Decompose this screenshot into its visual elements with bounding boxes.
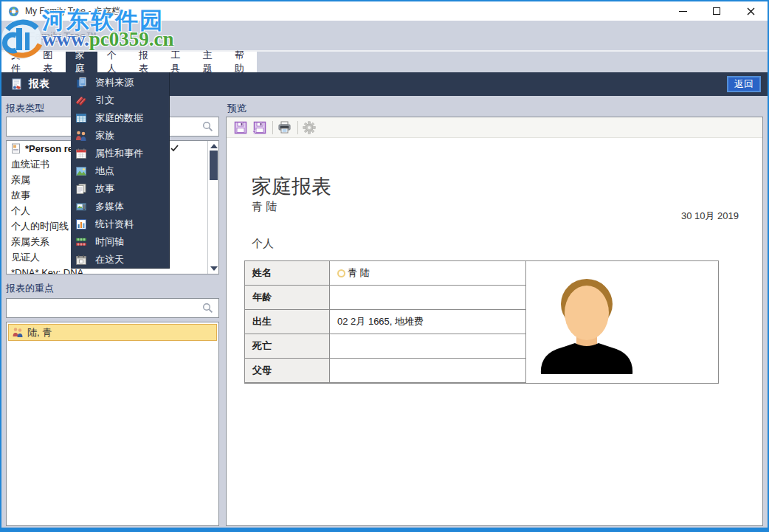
scroll-down-icon[interactable] (210, 266, 218, 271)
ribbon-band: My Family Tree™ (1, 21, 768, 50)
menu-themes[interactable]: 主题 (193, 52, 225, 72)
search-icon (202, 303, 213, 314)
menu-help[interactable]: 帮助 (225, 52, 257, 72)
table-row: 父母 (245, 359, 526, 383)
family-icon (75, 130, 87, 142)
person-report-icon (11, 143, 21, 154)
menu-charts[interactable]: 图表 (33, 52, 65, 72)
menu-item-family[interactable]: 家族 (71, 127, 169, 145)
menu-item-sources[interactable]: 资料来源 (71, 74, 169, 91)
selected-person-label: 陆, 青 (27, 326, 52, 339)
menu-item-statistics[interactable]: 统计资料 (71, 215, 169, 233)
search-icon (202, 121, 213, 132)
preview-toolbar (227, 117, 762, 138)
table-row: 姓名 青 陆 (245, 261, 526, 286)
avatar-cell (526, 261, 718, 383)
toolbar-separator (297, 121, 298, 134)
report-focus-list: 陆, 青 (6, 322, 219, 526)
check-icon (170, 145, 179, 152)
avatar (534, 270, 641, 375)
print-button[interactable] (277, 121, 292, 134)
menu-person[interactable]: 个人 (97, 52, 129, 72)
brand-text: My Family Tree™ (10, 30, 97, 42)
minimize-button[interactable] (666, 1, 700, 21)
save-as-button[interactable] (252, 121, 266, 134)
menu-tools[interactable]: 工具 (161, 52, 193, 72)
family-dropdown-menu: 资料来源 引文 家庭的数据 家族 (71, 72, 170, 269)
timeline-icon (75, 236, 87, 248)
selected-person-item[interactable]: 陆, 青 (8, 324, 217, 341)
report-section-title: 个人 (252, 237, 274, 251)
menu-item-multimedia[interactable]: 多媒体 (71, 198, 169, 215)
menu-item-on-this-day[interactable]: 在这天 (71, 251, 169, 269)
close-icon (747, 7, 755, 15)
preview-panel: 家庭报表 青 陆 30 10月 2019 个人 姓名 青 陆 年龄 出生 (226, 117, 763, 526)
menu-bar: 文件 图表 家庭 个人 报表 工具 主题 帮助 (1, 50, 768, 72)
toolbar-separator (272, 121, 273, 134)
back-button[interactable]: 返回 (727, 76, 761, 92)
scrollbar[interactable] (207, 141, 218, 274)
close-button[interactable] (734, 1, 768, 21)
settings-button[interactable] (303, 121, 316, 134)
minimize-icon (679, 11, 687, 12)
gender-marker-icon (337, 269, 345, 277)
window-title: My Family Tree - 未存档 (25, 5, 120, 18)
maximize-icon (713, 7, 720, 15)
family-data-icon (75, 112, 87, 124)
on-this-day-icon (75, 254, 87, 266)
report-subtitle: 青 陆 (252, 200, 277, 214)
window-bottom-border (0, 528, 769, 532)
menu-file[interactable]: 文件 (1, 52, 33, 72)
attributes-events-icon (75, 148, 87, 159)
title-bar: My Family Tree - 未存档 (1, 1, 768, 21)
report-type-label: 报表类型 (6, 102, 44, 115)
menu-item-places[interactable]: 地点 (71, 162, 169, 180)
report-icon (10, 78, 23, 91)
table-row: 出生 02 2月 1665, 地堆费 (245, 310, 526, 334)
report-preview: 家庭报表 青 陆 30 10月 2019 个人 姓名 青 陆 年龄 出生 (227, 138, 762, 527)
app-window: My Family Tree - 未存档 My Family Tree™ 文件 … (0, 0, 769, 532)
multimedia-icon (75, 201, 87, 213)
statistics-icon (75, 218, 87, 230)
scroll-thumb[interactable] (210, 151, 218, 180)
menu-item-stories[interactable]: 故事 (71, 180, 169, 198)
table-row: 年龄 (245, 286, 526, 310)
menu-family[interactable]: 家庭 (66, 52, 97, 72)
scroll-up-icon[interactable] (210, 144, 218, 148)
report-focus-search-input[interactable] (7, 299, 202, 317)
menu-item-citations[interactable]: 引文 (71, 91, 169, 109)
maximize-button[interactable] (700, 1, 734, 21)
stories-icon (75, 183, 87, 195)
sources-icon (75, 77, 87, 89)
citation-icon (75, 94, 87, 106)
report-focus-label: 报表的重点 (6, 282, 54, 295)
people-icon (12, 327, 24, 338)
table-row: 死亡 (245, 334, 526, 359)
menu-item-timeline[interactable]: 时间轴 (71, 233, 169, 251)
menu-reports[interactable]: 报表 (129, 52, 161, 72)
person-table: 姓名 青 陆 年龄 出生 02 2月 1665, 地堆费 死亡 (244, 260, 719, 384)
page-title: 报表 (29, 77, 49, 91)
menu-item-attributes-events[interactable]: 属性和事件 (71, 145, 169, 162)
menu-item-family-data[interactable]: 家庭的数据 (71, 109, 169, 127)
report-title: 家庭报表 (252, 173, 331, 200)
app-icon (8, 6, 19, 17)
places-icon (75, 165, 87, 177)
save-button[interactable] (234, 121, 247, 134)
preview-label: 预览 (227, 102, 246, 115)
report-date: 30 10月 2019 (681, 210, 739, 223)
report-focus-search (6, 298, 219, 318)
